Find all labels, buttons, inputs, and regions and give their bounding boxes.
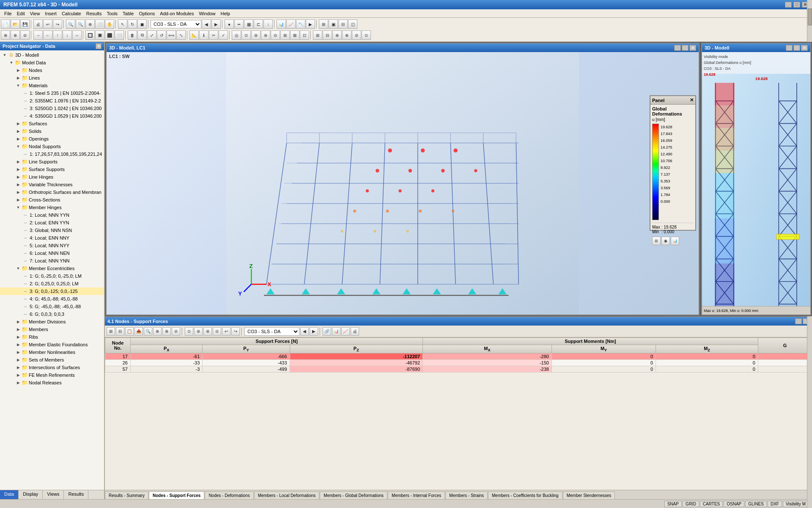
tree-materials[interactable]: ▼ 📁 Materials [0, 82, 104, 89]
tree-root[interactable]: ▼ 🖥 3D - Modell [0, 51, 104, 59]
tree-mh-5[interactable]: ─ 5: Local; NNN NYY [0, 242, 104, 249]
res-tb-9[interactable]: ⊙ [185, 327, 193, 336]
tb2-section[interactable]: ✂ [209, 30, 218, 40]
panel-btn-2[interactable]: ◉ [661, 237, 670, 245]
tb2-scale[interactable]: ⤡ [176, 30, 186, 40]
toggle-line-hinges[interactable]: ▶ [15, 174, 21, 180]
tb-zoom-out[interactable]: 🔍 [76, 19, 85, 29]
tb2-snap8[interactable]: ⊡ [300, 30, 309, 40]
tb2-extra1[interactable]: ⊞ [313, 30, 322, 40]
tree-ribs[interactable]: ▶ 📁 Ribs [0, 333, 104, 341]
tb2-extra3[interactable]: ⊕ [332, 30, 342, 40]
tb2-copy[interactable]: ⧉ [137, 30, 147, 40]
tb-view3[interactable]: ⊟ [338, 19, 348, 29]
res-tb-6[interactable]: ⊕ [153, 327, 162, 336]
model-right-min[interactable]: _ [786, 45, 793, 51]
tree-member-nonlin[interactable]: ▶ 📁 Member Nonlinearities [0, 348, 104, 356]
tab-data[interactable]: Data [0, 490, 19, 499]
tree-mat-3[interactable]: ─ 3: S250GD 1.0242 | EN 10346:200 [0, 105, 104, 112]
tab-members-strains[interactable]: Members - Strains [445, 491, 488, 499]
tree-mh-3[interactable]: ─ 3: Global; NNN NSN [0, 226, 104, 234]
tb2-snap7[interactable]: ⊠ [290, 30, 299, 40]
res-tb-2[interactable]: ⊟ [116, 327, 124, 336]
tab-members-local-def[interactable]: Members - Local Deformations [254, 491, 320, 499]
maximize-btn[interactable]: □ [793, 2, 800, 8]
tb2-4[interactable]: → [33, 30, 43, 40]
tree-solids[interactable]: ▶ 📁 Solids [0, 127, 104, 135]
toggle-var-thick[interactable]: ▶ [15, 182, 21, 188]
menu-file[interactable]: File [2, 10, 14, 17]
toggle-member-elastic[interactable]: ▶ [15, 342, 21, 348]
menu-insert[interactable]: Insert [42, 10, 59, 17]
toggle-surface-supports[interactable]: ▶ [15, 166, 21, 172]
model-right-close[interactable]: ✕ [801, 45, 808, 51]
tree-surfaces[interactable]: ▶ 📁 Surfaces [0, 120, 104, 127]
tb2-9[interactable]: 🔲 [85, 30, 95, 40]
tree-intersections[interactable]: ▶ 📁 Intersections of Surfaces [0, 364, 104, 371]
tb-new[interactable]: 📄 [1, 19, 10, 29]
tree-members[interactable]: ▶ 📁 Members [0, 326, 104, 333]
res-tb-3[interactable]: 📋 [125, 327, 134, 336]
res-tb-4[interactable]: 📤 [134, 327, 143, 336]
tb2-extra4[interactable]: ⊗ [342, 30, 351, 40]
tb2-8[interactable]: ↔ [72, 30, 82, 40]
toggle-member-div[interactable]: ▶ [15, 319, 21, 325]
tb-next[interactable]: ▶ [211, 19, 221, 29]
res-tb-15[interactable]: 🔗 [323, 327, 331, 336]
tb2-snap5[interactable]: ⊝ [271, 30, 280, 40]
tb-surface[interactable]: ▦ [244, 19, 253, 29]
res-tb-11[interactable]: ⊛ [203, 327, 212, 336]
tb-view4[interactable]: ◫ [348, 19, 357, 29]
res-prev[interactable]: ◀ [300, 327, 309, 336]
tb-results3[interactable]: 📉 [296, 19, 305, 29]
res-next[interactable]: ▶ [310, 327, 318, 336]
status-visibility[interactable]: Visibility M [783, 501, 809, 507]
tree-area[interactable]: ▼ 🖥 3D - Modell ▼ 📁 Model Data ▶ 📁 Nodes [0, 50, 104, 490]
tab-member-slend[interactable]: Member Slendernesses [563, 491, 615, 499]
res-tb-12[interactable]: ⊝ [213, 327, 221, 336]
res-tb-17[interactable]: 📈 [341, 327, 350, 336]
toggle-members[interactable]: ▶ [15, 326, 21, 332]
toggle-member-nonlin[interactable]: ▶ [15, 349, 21, 355]
load-case-combo[interactable]: CO3 - SLS - DA [151, 20, 201, 28]
tb-results2[interactable]: 📈 [286, 19, 296, 29]
panel-btn-1[interactable]: ⊞ [652, 237, 661, 245]
tb2-snap3[interactable]: ⊚ [251, 30, 261, 40]
tb2-snap1[interactable]: ◎ [232, 30, 241, 40]
tb-select[interactable]: ↖ [118, 19, 127, 29]
tb-member[interactable]: ⊏ [254, 19, 263, 29]
tb-load[interactable]: ↓ [263, 19, 273, 29]
tb2-mirror[interactable]: ⟺ [167, 30, 176, 40]
menu-table[interactable]: Table [120, 10, 136, 17]
tree-lines[interactable]: ▶ 📁 Lines [0, 74, 104, 82]
res-tb-14[interactable]: ↪ [231, 327, 240, 336]
tree-mh-6[interactable]: ─ 6: Local; NNN NEN [0, 249, 104, 257]
toggle-member-ecc[interactable]: ▼ [15, 265, 21, 271]
tree-me-4[interactable]: ─ 4: G; 45,0,-88; 45,0,-88 [0, 295, 104, 303]
tree-mat-4[interactable]: ─ 4: S350GD 1.0529 | EN 10346:200 [0, 112, 104, 120]
tree-fe-mesh[interactable]: ▶ 📁 FE Mesh Refinements [0, 371, 104, 379]
tree-nodes[interactable]: ▶ 📁 Nodes [0, 66, 104, 74]
menu-results[interactable]: Results [84, 10, 104, 17]
res-tb-16[interactable]: 📊 [332, 327, 340, 336]
tb2-snap6[interactable]: ⊞ [280, 30, 290, 40]
toggle-fe-mesh[interactable]: ▶ [15, 372, 21, 378]
menu-calculate[interactable]: Calculate [59, 10, 84, 17]
panel-btn-3[interactable]: 📊 [671, 237, 679, 245]
tree-nodal-supports[interactable]: ▼ 📁 Nodal Supports [0, 143, 104, 150]
minimize-btn[interactable]: _ [785, 2, 792, 8]
navigator-scrollbar-thumb[interactable] [808, 8, 812, 25]
toggle-ortho[interactable]: ▶ [15, 189, 21, 195]
toggle-model-data[interactable]: ▼ [8, 60, 14, 66]
res-tb-8[interactable]: ⊘ [172, 327, 180, 336]
tb-rotate[interactable]: ↻ [128, 19, 137, 29]
toggle-materials[interactable]: ▼ [15, 83, 21, 88]
tree-mh-2[interactable]: ─ 2: Local; ENN YYN [0, 219, 104, 226]
tree-surface-supports[interactable]: ▶ 📁 Surface Supports [0, 166, 104, 173]
status-osnap[interactable]: OSNAP [724, 501, 744, 507]
model-main-max[interactable]: □ [682, 45, 689, 51]
tree-openings[interactable]: ▶ 📁 Openings [0, 135, 104, 143]
toggle-root[interactable]: ▼ [2, 52, 8, 58]
tb2-info[interactable]: ℹ [199, 30, 208, 40]
results-table-container[interactable]: NodeNo. Support Forces [N] Support Momen… [105, 337, 812, 490]
